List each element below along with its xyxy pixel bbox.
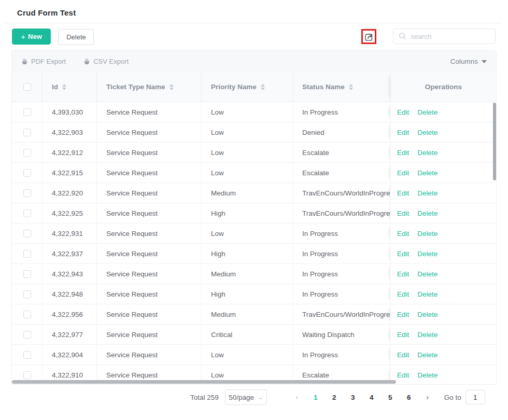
column-header-status-label: Status Name [302,83,345,91]
page-number-6[interactable]: 6 [404,394,414,401]
cell-id: 4,322,937 [42,244,96,263]
row-checkbox[interactable] [23,311,31,318]
cell-id: 4,393,030 [42,102,96,122]
row-checkbox[interactable] [23,371,31,379]
column-header-ticket-type[interactable]: Ticket Type Name [96,72,201,102]
delete-link[interactable]: Delete [417,129,438,136]
page-number-5[interactable]: 5 [385,394,396,401]
page-number-2[interactable]: 2 [329,394,340,401]
edit-link[interactable]: Edit [397,209,409,217]
pdf-export-label: PDF Export [31,58,66,65]
row-checkbox[interactable] [23,209,31,217]
export-share-button[interactable] [364,32,374,42]
edit-link[interactable]: Edit [397,270,409,278]
row-checkbox-cell [12,122,42,142]
delete-link[interactable]: Delete [417,311,438,318]
page-size-select[interactable]: 50/page ⌄ [225,389,267,405]
delete-link[interactable]: Delete [417,149,438,157]
row-checkbox[interactable] [23,250,31,258]
column-header-status[interactable]: Status Name [292,72,390,102]
table-row: 4,322,903 Service Request Low Denied Edi… [12,122,496,143]
columns-dropdown[interactable]: Columns [450,58,487,65]
row-checkbox-cell [12,244,42,263]
select-all-cell [12,72,42,102]
edit-link[interactable]: Edit [397,331,409,339]
cell-ticket-type: Service Request [96,203,201,223]
next-page-button[interactable]: › [422,393,433,401]
edit-link[interactable]: Edit [397,108,409,116]
cell-priority: Low [201,345,292,365]
select-all-checkbox[interactable] [23,83,31,91]
cell-id: 4,322,920 [42,183,96,203]
edit-link[interactable]: Edit [397,351,409,359]
row-checkbox-cell [12,203,42,223]
cell-operations: Edit Delete [390,304,496,324]
row-checkbox[interactable] [23,189,31,197]
row-checkbox[interactable] [23,108,31,116]
cell-ticket-type: Service Request [96,122,201,142]
edit-link[interactable]: Edit [397,149,409,157]
delete-link[interactable]: Delete [417,108,438,116]
edit-link[interactable]: Edit [397,189,409,197]
row-checkbox[interactable] [23,149,31,157]
cell-priority: Low [201,163,292,183]
sort-icon [62,84,66,90]
delete-link[interactable]: Delete [417,331,438,339]
delete-link[interactable]: Delete [417,290,438,298]
page-number-3[interactable]: 3 [348,394,358,401]
goto-page-input[interactable] [465,390,485,404]
pagination-total: Total 259 [190,394,219,401]
row-checkbox[interactable] [23,230,31,237]
row-checkbox[interactable] [23,351,31,359]
cell-ticket-type: Service Request [96,102,201,122]
row-checkbox[interactable] [23,290,31,298]
delete-link[interactable]: Delete [417,230,438,237]
row-checkbox-cell [12,183,42,203]
delete-link[interactable]: Delete [417,351,438,359]
chevron-down-icon [482,60,487,63]
delete-link[interactable]: Delete [417,250,438,258]
delete-link[interactable]: Delete [417,371,438,379]
edit-link[interactable]: Edit [397,371,409,379]
cell-status: TravEnCours/WorldInProgre [292,203,390,223]
page-number-1[interactable]: 1 [311,394,321,401]
column-header-id-label: Id [52,83,58,91]
delete-button[interactable]: Delete [58,29,94,45]
cell-priority: Medium [201,304,292,324]
prev-page-button[interactable]: ‹ [292,393,302,401]
pdf-export-button[interactable]: PDF Export [21,58,66,65]
row-checkbox[interactable] [23,331,31,339]
edit-link[interactable]: Edit [397,169,409,177]
delete-link[interactable]: Delete [417,209,438,217]
chevron-down-icon: ⌄ [257,394,264,401]
edit-link[interactable]: Edit [397,290,409,298]
delete-link[interactable]: Delete [417,189,438,197]
edit-link[interactable]: Edit [397,250,409,258]
column-header-priority[interactable]: Priority Name [201,72,292,102]
row-checkbox[interactable] [23,129,31,136]
cell-id: 4,322,904 [42,345,96,365]
new-button[interactable]: +New [12,29,51,45]
row-checkbox[interactable] [23,270,31,278]
page-number-4[interactable]: 4 [366,394,377,401]
delete-button-label: Delete [66,33,86,41]
edit-link[interactable]: Edit [397,129,409,136]
column-header-id[interactable]: Id [42,72,96,102]
edit-link[interactable]: Edit [397,230,409,237]
row-checkbox[interactable] [23,169,31,177]
delete-link[interactable]: Delete [417,270,438,278]
search-input[interactable] [393,29,496,44]
edit-link[interactable]: Edit [397,311,409,318]
cell-status: Escalate [292,143,390,162]
cell-ticket-type: Service Request [96,345,201,365]
table-row: 4,322,956 Service Request Medium TravEnC… [12,304,496,325]
cell-ticket-type: Service Request [96,264,201,284]
csv-export-button[interactable]: CSV Export [83,58,129,65]
cell-status: In Progress [292,223,390,243]
delete-link[interactable]: Delete [417,169,438,177]
columns-label: Columns [450,58,478,65]
vertical-scrollbar[interactable] [493,103,496,180]
csv-export-icon [83,58,90,65]
horizontal-scrollbar[interactable] [12,380,396,384]
cell-id: 4,322,956 [42,304,96,324]
